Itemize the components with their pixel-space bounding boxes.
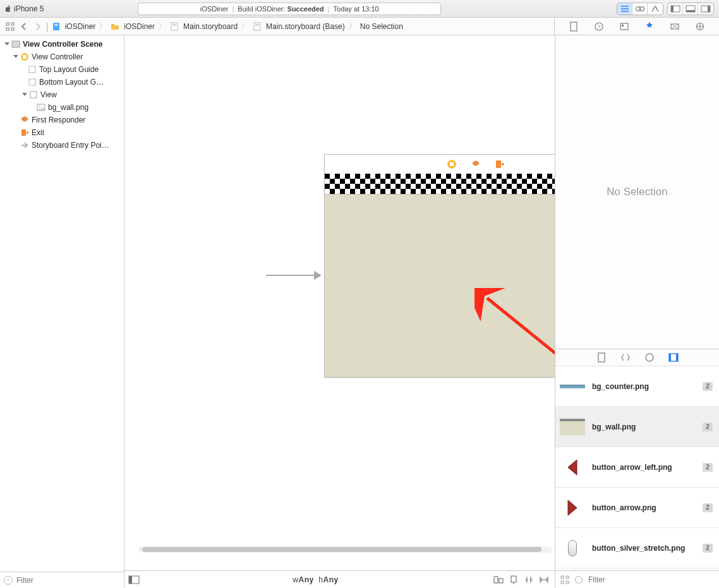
svg-rect-27 bbox=[23, 55, 27, 59]
outline-viewcontroller[interactable]: View Controller bbox=[0, 51, 124, 63]
breadcrumb-item[interactable]: iOSDiner bbox=[109, 22, 156, 31]
grid-view-icon[interactable] bbox=[560, 575, 569, 584]
svg-rect-49 bbox=[566, 576, 569, 579]
back-button[interactable] bbox=[18, 20, 30, 33]
breadcrumb-item[interactable]: Main.storyboard (Base) bbox=[251, 22, 346, 31]
scene-icon bbox=[11, 40, 20, 49]
filter-scope-icon[interactable] bbox=[574, 575, 583, 584]
filter-scope-icon[interactable] bbox=[4, 576, 13, 585]
help-inspector-icon[interactable]: ? bbox=[594, 21, 604, 32]
breadcrumb-item[interactable]: Main.storyboard bbox=[169, 22, 239, 31]
entry-point-arrow-icon bbox=[265, 269, 323, 282]
outline-toggle-button[interactable] bbox=[124, 575, 143, 584]
folder-icon bbox=[111, 22, 119, 31]
size-class-control[interactable]: wAny hAny bbox=[143, 575, 488, 584]
svg-rect-50 bbox=[561, 581, 564, 584]
exit-icon bbox=[20, 128, 29, 137]
status-action: Build iOSDiner: Succeeded bbox=[238, 5, 323, 13]
library-thumb bbox=[559, 498, 586, 517]
standard-editor-icon[interactable] bbox=[617, 3, 632, 15]
resolve-issues-icon[interactable] bbox=[523, 575, 535, 585]
library-item[interactable]: bg_counter.png 2 bbox=[555, 366, 719, 407]
svg-rect-18 bbox=[255, 24, 259, 26]
activity-status-bar[interactable]: iOSDiner | Build iOSDiner: Succeeded | T… bbox=[138, 3, 441, 15]
left-panel-toggle-icon[interactable] bbox=[668, 3, 683, 15]
svg-rect-17 bbox=[254, 23, 260, 30]
svg-rect-33 bbox=[21, 129, 26, 136]
disclosure-triangle-icon[interactable] bbox=[13, 54, 19, 60]
file-inspector-icon[interactable] bbox=[569, 21, 579, 32]
first-responder-icon bbox=[471, 159, 481, 169]
outline-view[interactable]: View bbox=[0, 88, 124, 101]
svg-rect-40 bbox=[494, 577, 498, 583]
checker-strip bbox=[325, 174, 555, 194]
scheme-selector[interactable]: iPhone 5 bbox=[5, 4, 44, 13]
code-snippet-library-icon[interactable] bbox=[620, 352, 631, 363]
outline-entry-point[interactable]: Storyboard Entry Poi… bbox=[0, 139, 124, 152]
utilities-panel: No Selection bg_counter.png 2 bg_wall.pn… bbox=[555, 35, 719, 588]
storyboard-icon bbox=[253, 22, 262, 31]
svg-rect-30 bbox=[30, 92, 37, 98]
filter-input[interactable] bbox=[16, 576, 120, 585]
svg-rect-10 bbox=[6, 28, 9, 30]
align-icon[interactable] bbox=[493, 575, 504, 585]
svg-rect-43 bbox=[598, 353, 605, 362]
storyboard-canvas: wAny hAny bbox=[124, 35, 555, 588]
svg-rect-48 bbox=[561, 576, 564, 579]
library-filter[interactable] bbox=[555, 570, 719, 588]
outline-filter[interactable] bbox=[0, 572, 124, 588]
library-thumb bbox=[559, 417, 586, 436]
pin-icon[interactable] bbox=[508, 575, 519, 585]
svg-rect-46 bbox=[669, 354, 671, 361]
svg-rect-13 bbox=[54, 24, 58, 25]
view-controller-scene[interactable] bbox=[324, 154, 555, 378]
library-item[interactable]: bg_wall.png 2 bbox=[555, 407, 719, 447]
editor-mode-segmented[interactable] bbox=[617, 3, 663, 15]
panel-visibility-segmented[interactable] bbox=[667, 3, 714, 15]
outline-bottom-guide[interactable]: Bottom Layout G… bbox=[0, 76, 124, 88]
right-panel-toggle-icon[interactable] bbox=[698, 3, 713, 15]
inspector-empty: No Selection bbox=[555, 35, 719, 349]
canvas-footer: wAny hAny bbox=[124, 570, 555, 588]
scene-header[interactable] bbox=[325, 155, 555, 174]
identity-inspector-icon[interactable] bbox=[619, 21, 629, 32]
library-item[interactable]: button_arrow_left.png 2 bbox=[555, 447, 719, 488]
library-thumb bbox=[559, 539, 586, 558]
svg-point-44 bbox=[646, 354, 653, 361]
project-icon bbox=[52, 22, 61, 31]
scheme-device-label: iPhone 5 bbox=[14, 4, 44, 13]
disclosure-triangle-icon[interactable] bbox=[21, 92, 28, 98]
file-template-library-icon[interactable] bbox=[596, 352, 607, 363]
outline-first-responder[interactable]: First Responder bbox=[0, 114, 124, 126]
outline-scene[interactable]: View Controller Scene bbox=[0, 38, 124, 51]
object-library-icon[interactable] bbox=[644, 352, 655, 363]
related-items-icon[interactable] bbox=[4, 20, 16, 33]
horizontal-scrollbar[interactable] bbox=[138, 546, 552, 553]
svg-point-52 bbox=[576, 576, 583, 583]
library-item[interactable]: button_silver_stretch.png 2 bbox=[555, 528, 719, 568]
outline-imageview[interactable]: bg_wall.png bbox=[0, 101, 124, 114]
canvas-area[interactable] bbox=[124, 35, 555, 570]
bottom-panel-toggle-icon[interactable] bbox=[683, 3, 698, 15]
library-item[interactable]: button_arrow.png 2 bbox=[555, 488, 719, 528]
forward-button[interactable] bbox=[32, 20, 44, 33]
resizing-icon[interactable] bbox=[538, 575, 550, 585]
size-inspector-icon[interactable] bbox=[670, 21, 680, 32]
breadcrumb-item[interactable]: iOSDiner bbox=[51, 22, 97, 31]
viewcontroller-icon bbox=[20, 52, 29, 61]
attributes-inspector-icon[interactable] bbox=[644, 21, 655, 32]
connections-inspector-icon[interactable] bbox=[695, 21, 705, 32]
media-library-icon[interactable] bbox=[668, 352, 679, 363]
disclosure-triangle-icon[interactable] bbox=[4, 41, 10, 47]
outline-top-guide[interactable]: Top Layout Guide bbox=[0, 63, 124, 76]
assistant-editor-icon[interactable] bbox=[632, 3, 648, 15]
view-icon bbox=[29, 90, 38, 99]
library-thumb bbox=[559, 377, 586, 396]
library-filter-input[interactable] bbox=[588, 575, 714, 584]
version-editor-icon[interactable] bbox=[648, 3, 663, 15]
outline-exit[interactable]: Exit bbox=[0, 126, 124, 139]
media-library-list: bg_counter.png 2 bg_wall.png 2 button_ar… bbox=[555, 366, 719, 570]
breadcrumb-item[interactable]: No Selection bbox=[359, 22, 404, 31]
wall-image[interactable] bbox=[325, 194, 555, 377]
scrollbar-thumb[interactable] bbox=[142, 547, 541, 552]
